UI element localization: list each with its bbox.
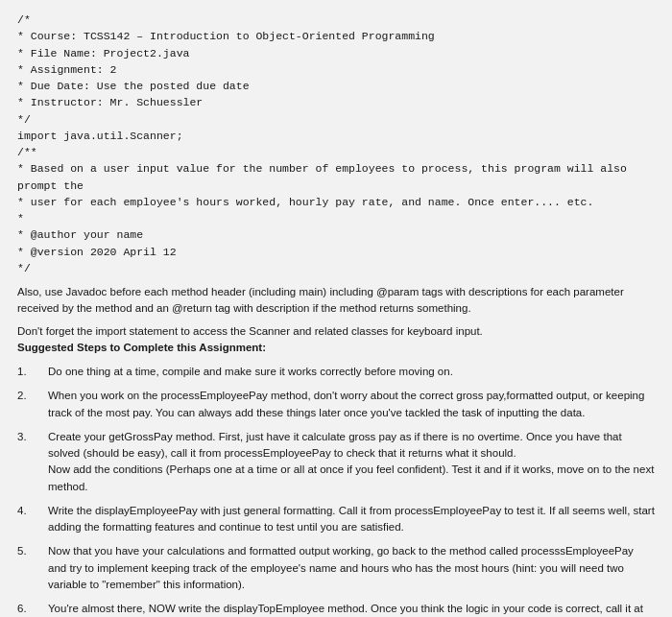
step-content-6: You're almost there, NOW write the displ… [48, 601, 655, 617]
step-number-6: 6. [17, 601, 48, 617]
code-line-2: * Course: TCSS142 – Introduction to Obje… [17, 28, 655, 44]
code-line-13: * @author your name [17, 226, 655, 243]
code-line-12: * [17, 210, 655, 226]
step-item-1: 1.Do one thing at a time, compile and ma… [17, 364, 655, 380]
code-line-10: * Based on a user input value for the nu… [17, 160, 655, 194]
step-number-1: 1. [17, 364, 48, 380]
steps-list: 1.Do one thing at a time, compile and ma… [17, 364, 655, 617]
code-line-9: /** [17, 144, 655, 160]
prose-para3-bold: Suggested Steps to Complete this Assignm… [17, 342, 266, 353]
code-line-15: */ [17, 260, 655, 276]
step-item-5: 5.Now that you have your calculations an… [17, 543, 655, 593]
step-number-3: 3. [17, 429, 48, 495]
step-content-3: Create your getGrossPay method. First, j… [48, 429, 655, 495]
step-content-1: Do one thing at a time, compile and make… [48, 364, 655, 380]
step-number-2: 2. [17, 388, 48, 421]
step-content-4: Write the displayEmployeePay with just g… [48, 503, 655, 536]
step-item-3: 3.Create your getGrossPay method. First,… [17, 429, 655, 495]
step-item-2: 2.When you work on the processEmployeePa… [17, 388, 655, 421]
prose-para2-text: Don't forget the import statement to acc… [17, 325, 483, 337]
page-container: /* * Course: TCSS142 – Introduction to O… [0, 0, 672, 617]
code-line-6: * Instructor: Mr. Schuessler [17, 94, 655, 110]
prose-section: Also, use Javadoc before each method hea… [17, 284, 655, 356]
code-line-8: import java.util.Scanner; [17, 128, 655, 144]
code-line-4: * Assignment: 2 [17, 61, 655, 78]
step-content-5: Now that you have your calculations and … [48, 543, 655, 593]
step-item-4: 4.Write the displayEmployeePay with just… [17, 503, 655, 536]
prose-para1: Also, use Javadoc before each method hea… [17, 284, 655, 318]
step-item-6: 6.You're almost there, NOW write the dis… [17, 601, 655, 617]
code-line-11: * user for each employee's hours worked,… [17, 194, 655, 210]
code-line-3: * File Name: Project2.java [17, 45, 655, 61]
code-line-14: * @version 2020 April 12 [17, 244, 655, 260]
step-number-4: 4. [17, 503, 48, 536]
code-line-1: /* [17, 12, 655, 28]
prose-para2: Don't forget the import statement to acc… [17, 323, 655, 357]
code-line-5: * Due Date: Use the posted due date [17, 78, 655, 94]
step-content-2: When you work on the processEmployeePay … [48, 388, 655, 421]
code-header-block: /* * Course: TCSS142 – Introduction to O… [17, 12, 655, 276]
code-line-7: */ [17, 111, 655, 128]
step-number-5: 5. [17, 543, 48, 593]
